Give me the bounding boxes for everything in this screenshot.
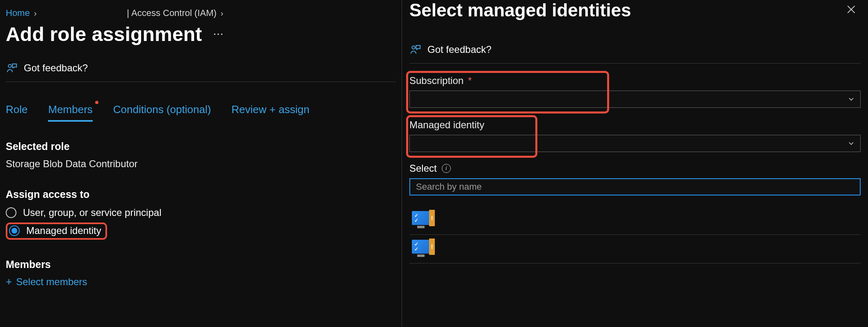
list-item[interactable]: ✓✓ ! xyxy=(409,206,861,235)
tab-role[interactable]: Role xyxy=(6,103,27,122)
breadcrumb: Home › | Access Control (IAM) › xyxy=(6,6,396,20)
identity-list: ✓✓ ! ✓✓ ! xyxy=(409,206,861,263)
more-menu-icon[interactable]: ⋯ xyxy=(213,28,225,41)
managed-identity-field: Managed identity xyxy=(409,119,861,152)
feedback-link[interactable]: Got feedback? xyxy=(6,62,396,82)
select-label: Select xyxy=(409,163,437,174)
page-title: Add role assignment xyxy=(6,23,202,45)
chevron-right-icon: › xyxy=(34,9,37,18)
search-input[interactable] xyxy=(409,178,861,195)
tab-review-assign[interactable]: Review + assign xyxy=(231,103,309,122)
chevron-down-icon xyxy=(847,95,855,103)
assign-access-heading: Assign access to xyxy=(6,188,396,200)
breadcrumb-iam[interactable]: | Access Control (IAM) xyxy=(127,8,216,18)
breadcrumb-home[interactable]: Home xyxy=(6,8,30,18)
info-icon[interactable]: i xyxy=(442,164,451,173)
tab-members-label: Members xyxy=(48,103,92,116)
managed-identity-icon: ✓✓ ! xyxy=(412,240,435,259)
radio-user-label: User, group, or service principal xyxy=(23,207,161,218)
dirty-indicator-icon xyxy=(95,101,98,104)
close-button[interactable] xyxy=(842,0,861,19)
selected-role-heading: Selected role xyxy=(6,141,396,152)
managed-identity-icon: ✓✓ ! xyxy=(412,211,435,230)
feedback-icon xyxy=(409,43,422,56)
radio-checked-icon xyxy=(9,225,20,236)
list-item[interactable]: ✓✓ ! xyxy=(409,235,861,263)
subscription-dropdown[interactable] xyxy=(409,91,861,108)
subscription-field: Subscription * xyxy=(409,75,861,108)
chevron-down-icon xyxy=(847,139,855,148)
panel-feedback-label: Got feedback? xyxy=(427,44,491,55)
tab-members[interactable]: Members xyxy=(48,103,92,122)
managed-identity-label: Managed identity xyxy=(409,119,861,131)
plus-icon: + xyxy=(6,275,12,288)
radio-mi-label: Managed identity xyxy=(26,225,101,236)
tab-bar: Role Members Conditions (optional) Revie… xyxy=(6,103,396,122)
close-icon xyxy=(846,4,857,15)
radio-unchecked-icon xyxy=(6,207,16,218)
feedback-label: Got feedback? xyxy=(24,62,88,74)
feedback-icon xyxy=(6,62,18,74)
panel-title: Select managed identities xyxy=(409,0,631,20)
required-indicator-icon: * xyxy=(468,75,472,86)
radio-managed-identity[interactable]: Managed identity xyxy=(9,225,101,236)
chevron-right-icon: › xyxy=(221,9,224,18)
highlight-annotation: Managed identity xyxy=(6,223,107,240)
members-heading: Members xyxy=(6,259,396,270)
select-members-link[interactable]: + Select members xyxy=(6,275,396,288)
select-members-label: Select members xyxy=(16,276,87,288)
svg-point-0 xyxy=(8,64,11,68)
panel-feedback-link[interactable]: Got feedback? xyxy=(409,43,861,64)
radio-user-group-sp[interactable]: User, group, or service principal xyxy=(6,207,396,218)
managed-identity-dropdown[interactable] xyxy=(409,135,861,152)
tab-conditions[interactable]: Conditions (optional) xyxy=(113,103,211,122)
selected-role-value: Storage Blob Data Contributor xyxy=(6,158,396,170)
subscription-label: Subscription xyxy=(409,75,464,86)
svg-point-3 xyxy=(412,46,415,49)
